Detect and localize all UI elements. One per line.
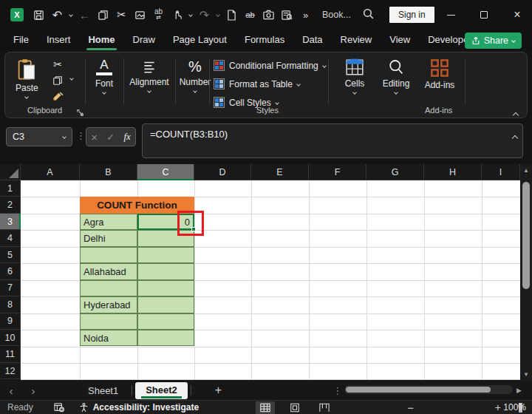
- addins-group-button[interactable]: Add-ins: [420, 58, 459, 90]
- cells-group-button[interactable]: Cells: [338, 58, 372, 94]
- macro-record-icon[interactable]: [54, 402, 64, 413]
- zoom-out-icon[interactable]: −: [407, 401, 414, 414]
- strikethrough-icon[interactable]: ab: [241, 5, 259, 24]
- zoom-in-icon[interactable]: +: [495, 401, 501, 413]
- normal-view-button[interactable]: [256, 401, 275, 414]
- row-header-11[interactable]: 11: [0, 347, 21, 363]
- row-header-10[interactable]: 10: [0, 330, 21, 346]
- range-cell-B7[interactable]: [80, 280, 137, 296]
- row-header-7[interactable]: 7: [0, 280, 21, 296]
- redo-icon[interactable]: ↷: [195, 5, 214, 24]
- cell-B4[interactable]: Delhi: [83, 230, 106, 246]
- vertical-scrollbar-thumb[interactable]: [522, 182, 530, 289]
- range-cell-B9[interactable]: [80, 313, 137, 330]
- formula-bar-input[interactable]: =COUNT(B3:B10): [142, 123, 523, 158]
- scroll-down-icon[interactable]: ▼: [520, 371, 532, 378]
- ribbon-tab-review[interactable]: Review: [341, 31, 372, 50]
- ribbon-tab-formulas[interactable]: Formulas: [245, 31, 284, 50]
- alignment-group-button[interactable]: Alignment: [126, 58, 172, 92]
- new-file-icon[interactable]: [222, 5, 241, 24]
- find-replace-icon[interactable]: ab⇄: [149, 5, 168, 24]
- row-header-12[interactable]: 12: [0, 363, 21, 379]
- name-box[interactable]: C3: [6, 127, 72, 146]
- row-header-1[interactable]: 1: [0, 180, 21, 197]
- add-sheet-button[interactable]: +: [215, 384, 222, 397]
- range-cell-C7[interactable]: [137, 280, 194, 296]
- paste-picture-icon[interactable]: [131, 5, 149, 24]
- column-header-H[interactable]: H: [424, 164, 482, 180]
- minimize-button[interactable]: [436, 4, 466, 26]
- column-header-C[interactable]: C: [137, 164, 194, 180]
- toolbar-overflow-icon[interactable]: »: [296, 5, 315, 24]
- range-cell-C9[interactable]: [137, 313, 194, 330]
- prev-sheet-icon[interactable]: ‹: [0, 384, 22, 397]
- number-group-button[interactable]: % Number: [177, 58, 213, 92]
- row-header-5[interactable]: 5: [0, 247, 21, 263]
- insert-function-icon[interactable]: fx: [123, 131, 130, 143]
- styles-item-conditional-formatting[interactable]: Conditional Formatting: [214, 60, 326, 71]
- cell-B10[interactable]: Noida: [83, 330, 109, 346]
- save-icon[interactable]: [30, 5, 48, 24]
- touch-mode-dropdown-icon[interactable]: [186, 5, 195, 24]
- status-mode[interactable]: Ready: [7, 402, 33, 413]
- column-header-B[interactable]: B: [80, 164, 137, 180]
- range-cell-B5[interactable]: [80, 247, 137, 263]
- column-header-A[interactable]: A: [21, 164, 80, 180]
- ribbon-tab-view[interactable]: View: [389, 31, 410, 50]
- tabbar-handle[interactable]: ⋮: [332, 385, 342, 396]
- cell-B6[interactable]: Allahabad: [83, 263, 126, 279]
- column-header-G[interactable]: G: [366, 164, 424, 180]
- undo-dropdown-icon[interactable]: [66, 5, 75, 24]
- copy-icon[interactable]: [94, 5, 112, 24]
- clipboard-dialog-launcher-icon[interactable]: [76, 106, 84, 120]
- styles-item-format-as-table[interactable]: Format as Table: [214, 78, 300, 89]
- select-all-button[interactable]: [0, 164, 21, 180]
- row-header-4[interactable]: 4: [0, 230, 21, 246]
- maximize-button[interactable]: [469, 4, 499, 26]
- row-header-6[interactable]: 6: [0, 263, 21, 279]
- ribbon-tab-draw[interactable]: Draw: [133, 31, 155, 50]
- vertical-scrollbar[interactable]: ▲ ▼: [520, 164, 532, 381]
- range-cell-C10[interactable]: [137, 330, 194, 346]
- format-painter-button[interactable]: [50, 89, 66, 104]
- range-cell-C8[interactable]: [137, 296, 194, 313]
- cell-B8[interactable]: Hyderabad: [83, 296, 131, 313]
- share-button[interactable]: Share: [465, 33, 522, 49]
- undo-icon[interactable]: ↶: [48, 5, 66, 24]
- range-cell-C6[interactable]: [137, 263, 194, 279]
- cut-icon[interactable]: ✂: [112, 5, 131, 24]
- ribbon-tab-insert[interactable]: Insert: [47, 31, 71, 50]
- close-button[interactable]: ×: [502, 4, 532, 26]
- back-icon[interactable]: ←: [75, 5, 94, 24]
- paste-button[interactable]: Paste: [16, 58, 38, 98]
- sheet-tab-sheet1[interactable]: Sheet1: [78, 383, 129, 398]
- ribbon-tab-data[interactable]: Data: [302, 31, 322, 50]
- expand-formula-bar-icon[interactable]: [513, 130, 517, 143]
- page-break-view-button[interactable]: [315, 401, 334, 414]
- row-header-2[interactable]: 2: [0, 197, 21, 213]
- cut-button[interactable]: ✂: [50, 57, 66, 72]
- row-header-3[interactable]: 3: [0, 214, 21, 230]
- ribbon-tab-home[interactable]: Home: [88, 31, 115, 50]
- sheet-tab-sheet2[interactable]: Sheet2: [135, 382, 188, 399]
- cancel-icon[interactable]: ×: [91, 131, 98, 143]
- search-icon[interactable]: [362, 7, 375, 20]
- accessibility-status[interactable]: Accessibility: Investigate: [93, 402, 199, 413]
- horizontal-scrollbar[interactable]: [344, 385, 513, 394]
- clipboard-more-icon[interactable]: [70, 77, 73, 80]
- camera-icon[interactable]: [259, 5, 278, 24]
- ribbon-tab-page-layout[interactable]: Page Layout: [173, 31, 227, 50]
- editing-group-button[interactable]: Editing: [376, 58, 416, 94]
- column-header-E[interactable]: E: [251, 164, 309, 180]
- font-group-button[interactable]: A Font: [88, 58, 120, 94]
- range-cell-C5[interactable]: [137, 247, 194, 263]
- zoom-level[interactable]: 100%: [503, 402, 526, 413]
- touch-mouse-mode-icon[interactable]: [168, 5, 186, 24]
- formula-bar-handle[interactable]: ⋮: [76, 130, 86, 141]
- lookup-icon[interactable]: [278, 5, 296, 24]
- copy-button[interactable]: [50, 73, 66, 88]
- sign-in-button[interactable]: Sign in: [389, 7, 434, 23]
- column-header-F[interactable]: F: [309, 164, 366, 180]
- column-header-D[interactable]: D: [194, 164, 251, 180]
- scroll-up-icon[interactable]: ▲: [520, 167, 532, 174]
